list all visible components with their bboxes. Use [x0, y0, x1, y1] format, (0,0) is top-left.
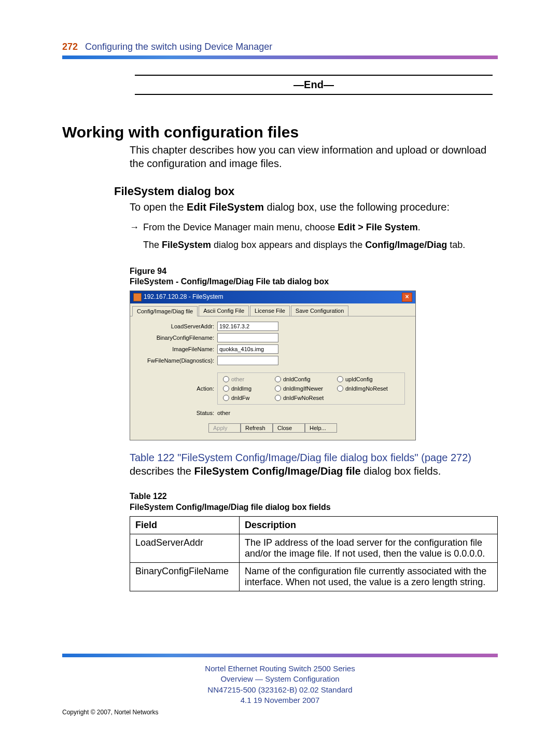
page-footer: Nortel Ethernet Routing Switch 2500 Seri…	[62, 654, 498, 716]
col-field: Field	[130, 516, 240, 534]
filesystem-dialog: 192.167.120.28 - FileSystem × Config/Ima…	[130, 290, 416, 440]
help-button[interactable]: Help...	[305, 423, 337, 433]
tab-license-file[interactable]: License File	[250, 306, 290, 316]
arrow-icon: →	[130, 221, 143, 252]
dialog-button-row: Apply Refresh Close Help...	[136, 423, 409, 433]
dialog-titlebar: 192.167.120.28 - FileSystem ×	[130, 291, 415, 303]
footer-line-3: NN47215-500 (323162-B) 02.02 Standard	[62, 685, 498, 695]
label-fwfilename: FwFileName(Diagnostics):	[136, 357, 217, 364]
action-radio-group: other dnldConfig upldConfig dnldImg dnld…	[217, 372, 405, 405]
value-status: other	[217, 410, 230, 416]
fields-table: Field Description LoadServerAddr The IP …	[130, 516, 498, 591]
app-icon	[133, 293, 142, 301]
input-binaryconfigfilename[interactable]	[217, 333, 278, 342]
copyright: Copyright © 2007, Nortel Networks	[62, 709, 498, 716]
close-button[interactable]: Close	[273, 423, 305, 433]
label-binaryconfigfilename: BinaryConfigFilename:	[136, 335, 217, 341]
close-icon[interactable]: ×	[402, 293, 412, 302]
footer-line-4: 4.1 19 November 2007	[62, 695, 498, 706]
radio-dnldimgifnewer[interactable]: dnldImgIfNewer	[275, 385, 337, 392]
radio-dnldimgnoreset[interactable]: dnldImgNoReset	[337, 385, 399, 392]
table-row: LoadServerAddr The IP address of the loa…	[130, 534, 498, 562]
end-marker-block: —End—	[130, 75, 498, 95]
apply-button[interactable]: Apply	[208, 423, 241, 433]
chapter-title: Configuring the switch using Device Mana…	[85, 42, 272, 52]
radio-other[interactable]: other	[223, 376, 275, 382]
col-description: Description	[240, 516, 498, 534]
radio-dnldimg[interactable]: dnldImg	[223, 385, 275, 392]
end-marker: —End—	[135, 79, 493, 91]
subsection-heading: FileSystem dialog box	[114, 185, 498, 198]
input-fwfilename[interactable]	[217, 356, 278, 365]
table-reference: Table 122 "FileSystem Config/Image/Diag …	[130, 451, 498, 478]
tab-ascii-config[interactable]: Ascii Config File	[199, 306, 249, 316]
table-row: BinaryConfigFileName Name of the configu…	[130, 562, 498, 591]
label-imagefilename: ImageFileName:	[136, 346, 217, 352]
table-caption: Table 122 FileSystem Config/Image/Diag f…	[130, 491, 498, 513]
tab-save-configuration[interactable]: Save Configuration	[291, 306, 349, 316]
footer-rule	[62, 654, 498, 657]
footer-line-2: Overview — System Configuration	[62, 674, 498, 684]
dialog-title-text: 192.167.120.28 - FileSystem	[144, 293, 223, 300]
footer-line-1: Nortel Ethernet Routing Switch 2500 Seri…	[62, 663, 498, 674]
radio-dnldfw[interactable]: dnldFw	[223, 395, 275, 401]
intro-paragraph: This chapter describes how you can view …	[130, 143, 498, 170]
input-loadserveraddr[interactable]	[217, 322, 278, 331]
label-status: Status:	[136, 410, 217, 416]
section-heading: Working with configuration files	[62, 123, 498, 141]
open-procedure-line: To open the Edit FileSystem dialog box, …	[130, 200, 498, 214]
refresh-button[interactable]: Refresh	[241, 423, 273, 433]
radio-upldconfig[interactable]: upldConfig	[337, 376, 399, 382]
page-header: 272 Configuring the switch using Device …	[62, 42, 498, 52]
dialog-tabstrip: Config/Image/Diag file Ascii Config File…	[130, 303, 415, 316]
figure-caption: Figure 94 FileSystem - Config/Image/Diag…	[130, 266, 498, 288]
header-rule	[62, 56, 498, 59]
label-loadserveraddr: LoadServerAddr:	[136, 323, 217, 329]
tab-config-image-diag[interactable]: Config/Image/Diag file	[132, 306, 198, 316]
radio-dnldfwnoreset[interactable]: dnldFwNoReset	[275, 395, 337, 401]
radio-dnldconfig[interactable]: dnldConfig	[275, 376, 337, 382]
page-number: 272	[62, 42, 78, 52]
table-reference-link[interactable]: Table 122 "FileSystem Config/Image/Diag …	[130, 452, 471, 463]
input-imagefilename[interactable]	[217, 344, 278, 354]
label-action: Action:	[136, 385, 217, 392]
procedure-step: → From the Device Manager main menu, cho…	[130, 221, 498, 252]
